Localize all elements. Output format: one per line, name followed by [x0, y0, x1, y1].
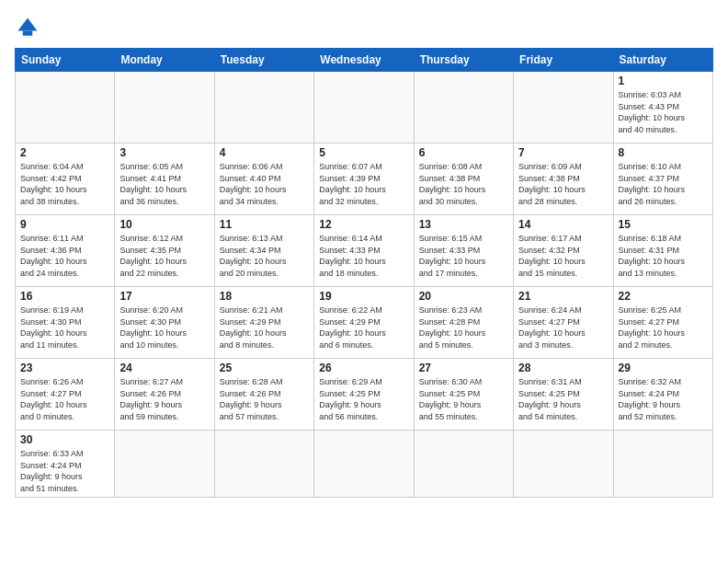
calendar-cell: 26Sunrise: 6:29 AM Sunset: 4:25 PM Dayli…	[314, 359, 414, 431]
day-info: Sunrise: 6:28 AM Sunset: 4:26 PM Dayligh…	[220, 376, 309, 422]
calendar-cell: 8Sunrise: 6:10 AM Sunset: 4:37 PM Daylig…	[613, 144, 712, 215]
day-number: 4	[220, 146, 309, 159]
day-info: Sunrise: 6:13 AM Sunset: 4:34 PM Dayligh…	[220, 233, 309, 279]
day-info: Sunrise: 6:11 AM Sunset: 4:36 PM Dayligh…	[20, 233, 109, 279]
day-info: Sunrise: 6:25 AM Sunset: 4:27 PM Dayligh…	[619, 304, 708, 350]
day-info: Sunrise: 6:15 AM Sunset: 4:33 PM Dayligh…	[419, 233, 508, 279]
day-number: 22	[619, 290, 708, 303]
day-number: 27	[419, 362, 508, 374]
day-number: 10	[119, 218, 209, 231]
calendar-cell: 3Sunrise: 6:05 AM Sunset: 4:41 PM Daylig…	[115, 144, 214, 215]
calendar-cell: 19Sunrise: 6:22 AM Sunset: 4:29 PM Dayli…	[314, 287, 414, 359]
calendar-cell	[214, 431, 313, 498]
calendar-cell: 15Sunrise: 6:18 AM Sunset: 4:31 PM Dayli…	[613, 215, 712, 287]
calendar-cell: 12Sunrise: 6:14 AM Sunset: 4:33 PM Dayli…	[314, 215, 414, 287]
calendar-cell: 25Sunrise: 6:28 AM Sunset: 4:26 PM Dayli…	[214, 359, 313, 431]
weekday-monday: Monday	[115, 49, 214, 72]
day-number: 9	[20, 218, 109, 231]
day-number: 14	[518, 218, 608, 231]
weekday-header-row: SundayMondayTuesdayWednesdayThursdayFrid…	[16, 49, 713, 72]
day-number: 16	[20, 290, 109, 303]
weekday-tuesday: Tuesday	[214, 49, 313, 72]
header	[15, 15, 713, 40]
day-info: Sunrise: 6:06 AM Sunset: 4:40 PM Dayligh…	[220, 161, 309, 207]
calendar-cell: 13Sunrise: 6:15 AM Sunset: 4:33 PM Dayli…	[414, 215, 513, 287]
weekday-sunday: Sunday	[16, 49, 115, 72]
day-info: Sunrise: 6:19 AM Sunset: 4:30 PM Dayligh…	[20, 304, 109, 350]
calendar-cell	[613, 431, 712, 498]
weekday-thursday: Thursday	[414, 49, 513, 72]
page: SundayMondayTuesdayWednesdayThursdayFrid…	[0, 0, 728, 563]
calendar-cell: 17Sunrise: 6:20 AM Sunset: 4:30 PM Dayli…	[115, 287, 214, 359]
calendar-cell	[16, 72, 115, 144]
day-number: 1	[619, 75, 708, 87]
day-number: 26	[319, 362, 408, 374]
calendar-cell: 28Sunrise: 6:31 AM Sunset: 4:25 PM Dayli…	[514, 359, 613, 431]
calendar-cell: 11Sunrise: 6:13 AM Sunset: 4:34 PM Dayli…	[214, 215, 313, 287]
day-info: Sunrise: 6:18 AM Sunset: 4:31 PM Dayligh…	[619, 233, 708, 279]
calendar-cell: 22Sunrise: 6:25 AM Sunset: 4:27 PM Dayli…	[613, 287, 712, 359]
calendar-cell: 27Sunrise: 6:30 AM Sunset: 4:25 PM Dayli…	[414, 359, 513, 431]
calendar-cell	[214, 72, 313, 144]
day-info: Sunrise: 6:05 AM Sunset: 4:41 PM Dayligh…	[119, 161, 209, 207]
day-number: 13	[419, 218, 508, 231]
day-info: Sunrise: 6:26 AM Sunset: 4:27 PM Dayligh…	[20, 376, 109, 422]
weekday-wednesday: Wednesday	[314, 49, 414, 72]
calendar-cell: 1Sunrise: 6:03 AM Sunset: 4:43 PM Daylig…	[613, 72, 712, 144]
weekday-saturday: Saturday	[613, 49, 712, 72]
calendar-week-row: 23Sunrise: 6:26 AM Sunset: 4:27 PM Dayli…	[16, 359, 713, 431]
calendar-cell	[115, 72, 214, 144]
calendar-cell: 5Sunrise: 6:07 AM Sunset: 4:39 PM Daylig…	[314, 144, 414, 215]
day-number: 7	[518, 146, 608, 159]
day-number: 6	[419, 146, 508, 159]
day-info: Sunrise: 6:33 AM Sunset: 4:24 PM Dayligh…	[20, 448, 109, 494]
calendar-cell: 4Sunrise: 6:06 AM Sunset: 4:40 PM Daylig…	[214, 144, 313, 215]
calendar-cell	[414, 431, 513, 498]
calendar-cell	[115, 431, 214, 498]
day-number: 29	[619, 362, 708, 374]
day-info: Sunrise: 6:04 AM Sunset: 4:42 PM Dayligh…	[20, 161, 109, 207]
day-number: 12	[319, 218, 408, 231]
day-number: 18	[220, 290, 309, 303]
day-number: 24	[119, 362, 209, 374]
day-info: Sunrise: 6:20 AM Sunset: 4:30 PM Dayligh…	[119, 304, 209, 350]
logo-icon	[15, 15, 40, 40]
day-info: Sunrise: 6:17 AM Sunset: 4:32 PM Dayligh…	[518, 233, 608, 279]
calendar-week-row: 9Sunrise: 6:11 AM Sunset: 4:36 PM Daylig…	[16, 215, 713, 287]
calendar-cell: 21Sunrise: 6:24 AM Sunset: 4:27 PM Dayli…	[514, 287, 613, 359]
calendar-week-row: 2Sunrise: 6:04 AM Sunset: 4:42 PM Daylig…	[16, 144, 713, 215]
calendar-cell	[414, 72, 513, 144]
day-number: 19	[319, 290, 408, 303]
calendar-cell: 30Sunrise: 6:33 AM Sunset: 4:24 PM Dayli…	[16, 431, 115, 498]
calendar-cell: 24Sunrise: 6:27 AM Sunset: 4:26 PM Dayli…	[115, 359, 214, 431]
calendar-cell: 14Sunrise: 6:17 AM Sunset: 4:32 PM Dayli…	[514, 215, 613, 287]
day-info: Sunrise: 6:29 AM Sunset: 4:25 PM Dayligh…	[319, 376, 408, 422]
calendar-cell	[514, 431, 613, 498]
day-number: 8	[619, 146, 708, 159]
day-info: Sunrise: 6:07 AM Sunset: 4:39 PM Dayligh…	[319, 161, 408, 207]
day-info: Sunrise: 6:12 AM Sunset: 4:35 PM Dayligh…	[119, 233, 209, 279]
day-info: Sunrise: 6:14 AM Sunset: 4:33 PM Dayligh…	[319, 233, 408, 279]
calendar-cell: 20Sunrise: 6:23 AM Sunset: 4:28 PM Dayli…	[414, 287, 513, 359]
day-info: Sunrise: 6:32 AM Sunset: 4:24 PM Dayligh…	[619, 376, 708, 422]
day-number: 3	[119, 146, 209, 159]
svg-rect-1	[23, 31, 33, 36]
day-number: 25	[220, 362, 309, 374]
day-number: 23	[20, 362, 109, 374]
calendar-cell: 7Sunrise: 6:09 AM Sunset: 4:38 PM Daylig…	[514, 144, 613, 215]
day-number: 20	[419, 290, 508, 303]
calendar-week-row: 1Sunrise: 6:03 AM Sunset: 4:43 PM Daylig…	[16, 72, 713, 144]
calendar-cell: 2Sunrise: 6:04 AM Sunset: 4:42 PM Daylig…	[16, 144, 115, 215]
calendar-cell: 16Sunrise: 6:19 AM Sunset: 4:30 PM Dayli…	[16, 287, 115, 359]
calendar-cell	[314, 431, 414, 498]
day-number: 2	[20, 146, 109, 159]
day-number: 15	[619, 218, 708, 231]
calendar-cell: 29Sunrise: 6:32 AM Sunset: 4:24 PM Dayli…	[613, 359, 712, 431]
day-number: 11	[220, 218, 309, 231]
logo	[15, 15, 44, 40]
weekday-friday: Friday	[514, 49, 613, 72]
day-number: 5	[319, 146, 408, 159]
calendar-table: SundayMondayTuesdayWednesdayThursdayFrid…	[15, 48, 713, 498]
day-info: Sunrise: 6:22 AM Sunset: 4:29 PM Dayligh…	[319, 304, 408, 350]
calendar-cell: 10Sunrise: 6:12 AM Sunset: 4:35 PM Dayli…	[115, 215, 214, 287]
